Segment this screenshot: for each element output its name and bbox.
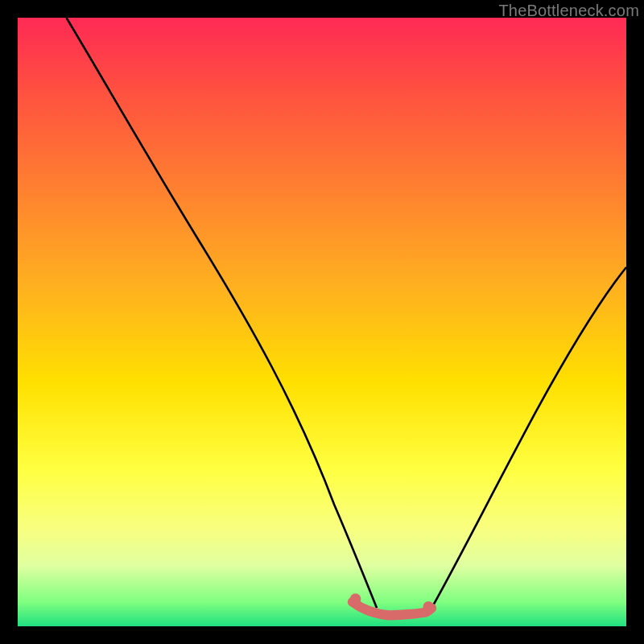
curve-overlay xyxy=(18,18,626,626)
highlight-dot-left xyxy=(350,593,361,605)
highlight-dot-right xyxy=(423,601,434,613)
watermark-text: TheBottleneck.com xyxy=(498,2,639,20)
bottom-highlight xyxy=(353,602,431,616)
chart-frame: TheBottleneck.com xyxy=(0,0,644,644)
left-curve xyxy=(66,18,377,608)
right-curve xyxy=(431,267,626,608)
